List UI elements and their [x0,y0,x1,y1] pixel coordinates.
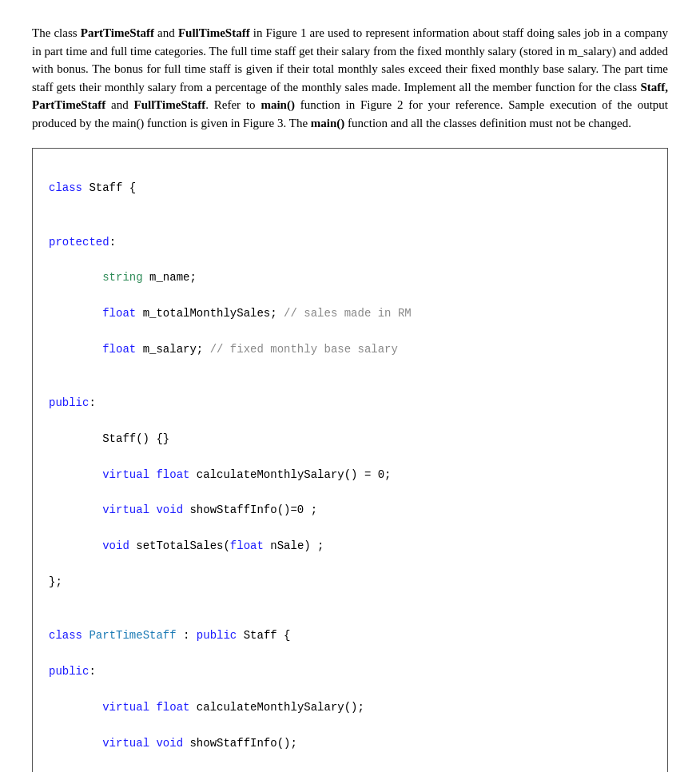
description-paragraph: The class PartTimeStaff and FullTimeStaf… [32,24,668,132]
figure-1-container: class Staff { protected: string m_name; … [32,148,668,772]
code-block: class Staff { protected: string m_name; … [49,161,651,772]
